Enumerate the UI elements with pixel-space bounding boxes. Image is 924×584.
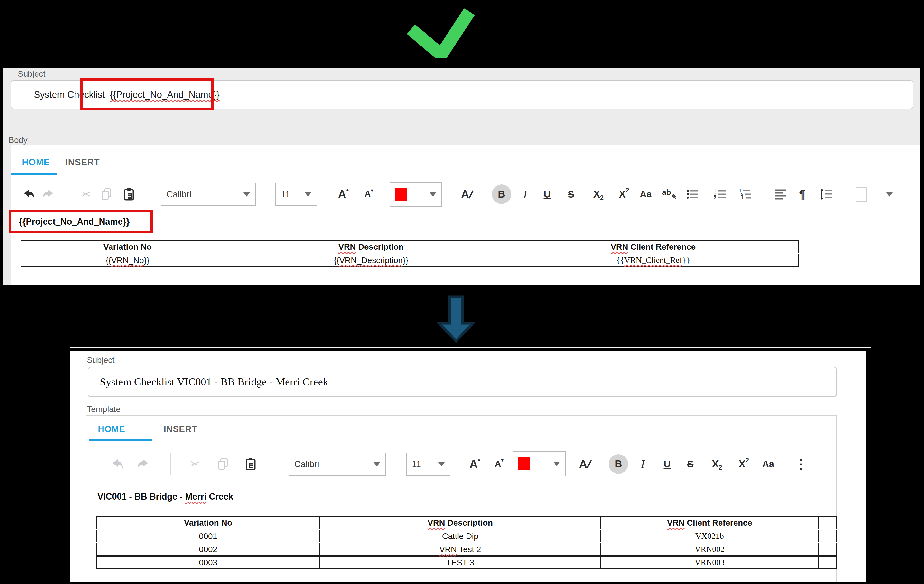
superscript-icon: X [619, 188, 626, 200]
dropdown-arrow-icon [305, 192, 311, 197]
color-swatch [395, 188, 407, 201]
paste-button[interactable] [118, 182, 140, 206]
show-paragraph-button[interactable]: ¶ [791, 182, 813, 206]
table-row: 0003 TEST 3 VRN003 [96, 556, 837, 569]
paste-icon [244, 457, 257, 471]
bold-icon: B [615, 458, 622, 470]
strikethrough-button[interactable]: S [679, 452, 701, 476]
shrink-font-icon: A [495, 459, 501, 469]
cut-icon: ✂ [81, 188, 91, 201]
table-row: {{VRN_No}} {{VRN_Description}} {{VRN_Cli… [21, 253, 799, 267]
col-variation-no: Variation No [21, 240, 234, 253]
underline-button[interactable]: U [656, 452, 678, 476]
dropdown-arrow-icon [886, 192, 893, 197]
underline-button[interactable]: U [536, 182, 558, 206]
border-style-icon [856, 187, 867, 202]
italic-button[interactable]: I [632, 452, 654, 476]
italic-button[interactable]: I [514, 182, 536, 206]
font-color-picker[interactable] [513, 451, 566, 477]
grow-font-button[interactable]: A▴ [464, 452, 486, 476]
line-spacing-icon [820, 188, 833, 201]
font-color-picker[interactable] [389, 182, 442, 207]
font-name-value: Calibri [167, 189, 191, 199]
grow-font-button[interactable]: A▴ [332, 182, 354, 206]
subject-label: Subject [18, 69, 45, 79]
annotation-box-subject-token [80, 78, 214, 110]
bullet-list-icon [686, 188, 700, 201]
table-row: 0001 Cattle Dip VX021b [96, 530, 837, 543]
bullet-list-button[interactable] [682, 182, 704, 206]
subscript-button[interactable]: X2 [587, 182, 609, 206]
copy-button[interactable] [212, 452, 234, 476]
bold-button[interactable]: B [607, 452, 629, 476]
font-size-value: 11 [281, 189, 290, 199]
redo-button[interactable] [133, 452, 155, 476]
font-size-select[interactable]: 11 [275, 183, 317, 206]
italic-icon: I [523, 188, 527, 201]
col-vrn-client-reference: VRN Client Reference [601, 516, 819, 530]
clear-format-icon: A [461, 188, 469, 201]
svg-text:i: i [742, 196, 743, 200]
font-size-value: 11 [412, 459, 421, 469]
project-heading: VIC001 - BB Bridge - [97, 492, 185, 502]
col-vrn-description: VRN Description [234, 240, 508, 253]
highlight-color-button[interactable]: ab✎ [658, 182, 680, 206]
shrink-font-button[interactable]: A▾ [358, 182, 380, 206]
shrink-font-button[interactable]: A▾ [488, 452, 510, 476]
subject-text: System Checklist VIC001 - BB Bridge - Me… [100, 376, 328, 388]
number-list-button[interactable]: 123 [709, 182, 731, 206]
tab-home[interactable]: HOME [22, 157, 50, 168]
highlight-icon: ab [662, 188, 671, 197]
redo-icon [137, 457, 150, 471]
multilevel-list-button[interactable]: 1ai [734, 182, 756, 206]
font-size-select[interactable]: 11 [406, 453, 450, 476]
bold-button[interactable]: B [491, 182, 513, 206]
align-button[interactable] [769, 182, 791, 206]
undo-button[interactable] [106, 452, 128, 476]
subscript-button[interactable]: X2 [706, 452, 728, 476]
transform-arrow-icon [436, 295, 477, 344]
more-icon: ⋮ [795, 457, 807, 471]
font-name-select[interactable]: Calibri [289, 453, 386, 476]
cut-button[interactable]: ✂ [75, 182, 97, 206]
template-label: Template [87, 405, 120, 414]
col-vrn-client-reference: VRN Client Reference [508, 240, 799, 253]
change-case-button[interactable]: Aa [635, 182, 657, 206]
variation-table-result[interactable]: Variation No VRN Description VRN Client … [96, 516, 837, 569]
redo-icon [42, 188, 56, 201]
superscript-button[interactable]: X2 [613, 182, 635, 206]
col-variation-no: Variation No [96, 516, 320, 530]
change-case-icon: Aa [640, 189, 652, 199]
font-name-select[interactable]: Calibri [161, 183, 256, 206]
strikethrough-button[interactable]: S [560, 182, 582, 206]
subscript-icon: X [712, 458, 719, 470]
subject-input[interactable]: System Checklist VIC001 - BB Bridge - Me… [87, 367, 837, 396]
number-list-icon: 123 [713, 188, 727, 201]
more-options-button[interactable]: ⋮ [790, 452, 812, 476]
strikethrough-icon: S [687, 459, 694, 470]
table-header-row: Variation No VRN Description VRN Client … [21, 240, 799, 253]
superscript-button[interactable]: X2 [733, 452, 755, 476]
strikethrough-icon: S [568, 189, 574, 200]
panel-top-divider [70, 347, 871, 348]
underline-icon: U [544, 189, 551, 200]
tab-insert[interactable]: INSERT [65, 157, 100, 168]
change-case-button[interactable]: Aa [757, 452, 779, 476]
cut-button[interactable]: ✂ [184, 452, 206, 476]
clear-format-button[interactable]: A [454, 182, 476, 206]
paste-button[interactable] [240, 452, 262, 476]
variation-table-template[interactable]: Variation No VRN Description VRN Client … [21, 240, 799, 267]
tab-insert[interactable]: INSERT [163, 424, 197, 434]
bold-icon: B [498, 188, 505, 200]
tab-home[interactable]: HOME [98, 424, 125, 434]
undo-button[interactable] [17, 182, 39, 206]
redo-button[interactable] [38, 182, 59, 206]
italic-icon: I [641, 458, 645, 470]
border-style-select[interactable] [850, 183, 898, 206]
clear-format-button[interactable]: A [572, 452, 594, 476]
success-check-icon [402, 5, 480, 58]
dropdown-arrow-icon [430, 192, 436, 197]
line-spacing-button[interactable] [816, 182, 838, 206]
template-content[interactable]: VIC001 - BB Bridge - Merri Creek [97, 492, 233, 502]
copy-button[interactable] [96, 182, 117, 206]
